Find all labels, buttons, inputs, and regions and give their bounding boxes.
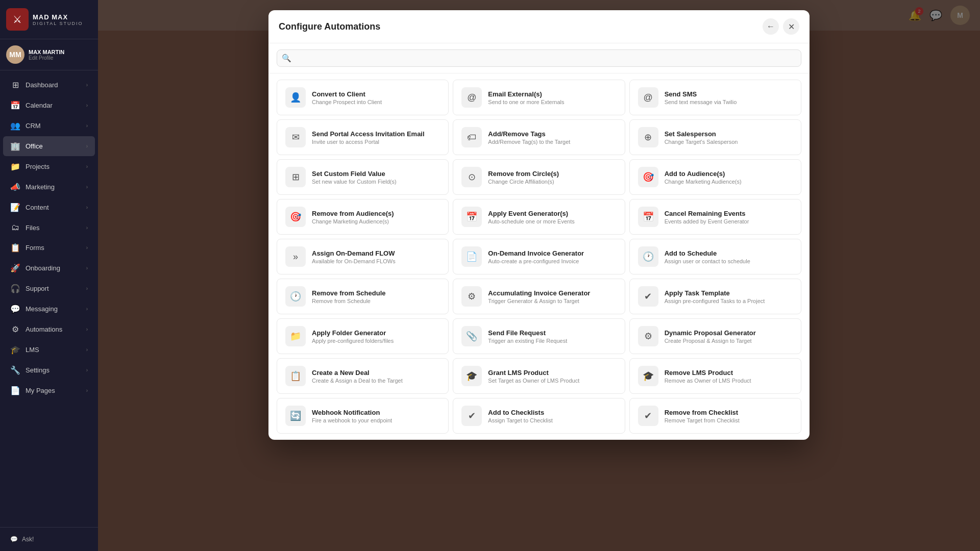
- automation-card-dynamic-proposal-generator[interactable]: ⚙ Dynamic Proposal Generator Create Prop…: [629, 318, 801, 354]
- nav-label-onboarding: Onboarding: [26, 264, 60, 272]
- sidebar-item-marketing[interactable]: 📣 Marketing ›: [3, 177, 95, 197]
- card-desc-add-remove-tags: Add/Remove Tag(s) to the Target: [488, 139, 570, 145]
- automation-card-add-to-audiences[interactable]: 🎯 Add to Audience(s) Change Marketing Au…: [629, 159, 801, 195]
- card-title-apply-event-generator: Apply Event Generator(s): [488, 210, 574, 217]
- card-icon-cancel-remaining-events: 📅: [638, 207, 658, 227]
- automation-card-set-salesperson[interactable]: ⊕ Set Salesperson Change Target's Salesp…: [629, 119, 801, 155]
- nav-item-left: 💬 Messaging: [10, 304, 58, 314]
- card-text-send-portal-access: Send Portal Access Invitation Email Invi…: [312, 130, 425, 145]
- nav-icon-automations: ⚙: [10, 324, 20, 334]
- sidebar-item-mypages[interactable]: 📄 My Pages ›: [3, 381, 95, 400]
- automation-card-add-to-checklists[interactable]: ✔ Add to Checklists Assign Target to Che…: [453, 398, 625, 434]
- nav-label-files: Files: [26, 224, 39, 232]
- sidebar-item-dashboard[interactable]: ⊞ Dashboard ›: [3, 75, 95, 95]
- card-desc-remove-from-checklist: Remove Target from Checklist: [665, 417, 740, 423]
- automation-card-email-externals[interactable]: @ Email External(s) Send to one or more …: [453, 80, 625, 115]
- card-icon-send-sms: @: [638, 87, 658, 108]
- chevron-icon: ›: [86, 245, 88, 251]
- automation-card-send-sms[interactable]: @ Send SMS Send text message via Twilio: [629, 80, 801, 115]
- nav-icon-support: 🎧: [10, 284, 20, 293]
- sidebar-item-support[interactable]: 🎧 Support ›: [3, 279, 95, 298]
- automation-card-convert-to-client[interactable]: 👤 Convert to Client Change Prospect into…: [277, 80, 449, 115]
- sidebar-item-content[interactable]: 📝 Content ›: [3, 197, 95, 217]
- automation-card-cancel-remaining-events[interactable]: 📅 Cancel Remaining Events Events added b…: [629, 199, 801, 235]
- automation-card-accumulating-invoice-generator[interactable]: ⚙ Accumulating Invoice Generator Trigger…: [453, 279, 625, 314]
- search-input[interactable]: [277, 49, 801, 67]
- card-icon-create-new-deal: 📋: [285, 366, 306, 386]
- nav-item-left: 👥 CRM: [10, 121, 41, 131]
- automation-card-apply-task-template[interactable]: ✔ Apply Task Template Assign pre-configu…: [629, 279, 801, 314]
- nav-icon-files: 🗂: [10, 223, 20, 232]
- chevron-icon: ›: [86, 82, 88, 88]
- sidebar-item-automations[interactable]: ⚙ Automations ›: [3, 319, 95, 339]
- automation-card-apply-event-generator[interactable]: 📅 Apply Event Generator(s) Auto-schedule…: [453, 199, 625, 235]
- nav-item-left: 📅 Calendar: [10, 101, 53, 110]
- sidebar-item-crm[interactable]: 👥 CRM ›: [3, 116, 95, 136]
- sidebar-bottom: 💬 Ask!: [0, 527, 98, 551]
- modal-search-area: 🔍: [268, 43, 810, 73]
- modal-body: 👤 Convert to Client Change Prospect into…: [268, 73, 810, 440]
- automation-card-assign-on-demand-flow[interactable]: » Assign On-Demand FLOW Available for On…: [277, 239, 449, 274]
- chevron-icon: ›: [86, 388, 88, 393]
- card-icon-set-custom-field: ⊞: [285, 167, 306, 187]
- sidebar-item-office[interactable]: 🏢 Office ›: [3, 136, 95, 156]
- card-icon-add-to-checklists: ✔: [461, 406, 482, 426]
- chevron-icon: ›: [86, 347, 88, 353]
- card-text-remove-from-circles: Remove from Circle(s) Change Circle Affi…: [488, 170, 559, 185]
- card-text-apply-task-template: Apply Task Template Assign pre-configure…: [665, 289, 765, 304]
- chevron-icon: ›: [86, 225, 88, 231]
- user-profile-area[interactable]: MM MAX MARTIN Edit Profile: [0, 39, 98, 70]
- automation-card-remove-from-audiences[interactable]: 🎯 Remove from Audience(s) Change Marketi…: [277, 199, 449, 235]
- card-icon-email-externals: @: [461, 87, 482, 108]
- modal-title: Configure Automations: [279, 21, 380, 32]
- nav-item-left: 📝 Content: [10, 203, 49, 212]
- close-button[interactable]: ✕: [783, 18, 799, 35]
- automation-card-send-portal-access[interactable]: ✉ Send Portal Access Invitation Email In…: [277, 119, 449, 155]
- card-desc-set-custom-field: Set new value for Custom Field(s): [312, 179, 397, 185]
- card-desc-grant-lms-product: Set Target as Owner of LMS Product: [488, 378, 579, 384]
- ask-button[interactable]: 💬 Ask!: [4, 532, 94, 547]
- automation-card-remove-lms-product[interactable]: 🎓 Remove LMS Product Remove as Owner of …: [629, 358, 801, 394]
- sidebar-item-calendar[interactable]: 📅 Calendar ›: [3, 95, 95, 115]
- automation-card-send-file-request[interactable]: 📎 Send File Request Trigger an existing …: [453, 318, 625, 354]
- card-icon-grant-lms-product: 🎓: [461, 366, 482, 386]
- card-icon-add-to-schedule: 🕐: [638, 246, 658, 267]
- sidebar-item-settings[interactable]: 🔧 Settings ›: [3, 360, 95, 380]
- sidebar-item-onboarding[interactable]: 🚀 Onboarding ›: [3, 258, 95, 278]
- back-button[interactable]: ←: [763, 18, 779, 35]
- card-desc-accumulating-invoice-generator: Trigger Generator & Assign to Target: [488, 298, 590, 304]
- card-text-add-to-audiences: Add to Audience(s) Change Marketing Audi…: [665, 170, 742, 185]
- card-text-remove-from-audiences: Remove from Audience(s) Change Marketing…: [312, 210, 394, 224]
- automation-card-remove-from-checklist[interactable]: ✔ Remove from Checklist Remove Target fr…: [629, 398, 801, 434]
- card-text-create-new-deal: Create a New Deal Create & Assign a Deal…: [312, 369, 403, 384]
- card-title-add-to-checklists: Add to Checklists: [488, 409, 552, 416]
- card-text-remove-from-checklist: Remove from Checklist Remove Target from…: [665, 409, 740, 423]
- automation-card-add-remove-tags[interactable]: 🏷 Add/Remove Tags Add/Remove Tag(s) to t…: [453, 119, 625, 155]
- card-desc-apply-event-generator: Auto-schedule one or more Events: [488, 218, 574, 224]
- automation-card-create-new-deal[interactable]: 📋 Create a New Deal Create & Assign a De…: [277, 358, 449, 394]
- automation-card-remove-from-circles[interactable]: ⊙ Remove from Circle(s) Change Circle Af…: [453, 159, 625, 195]
- nav-icon-forms: 📋: [10, 243, 20, 253]
- automation-card-remove-from-schedule[interactable]: 🕐 Remove from Schedule Remove from Sched…: [277, 279, 449, 314]
- sidebar-item-lms[interactable]: 🎓 LMS ›: [3, 340, 95, 360]
- automation-card-webhook-notification[interactable]: 🔄 Webhook Notification Fire a webhook to…: [277, 398, 449, 434]
- card-desc-send-portal-access: Invite user to access Portal: [312, 139, 425, 145]
- automation-card-on-demand-invoice-generator[interactable]: 📄 On-Demand Invoice Generator Auto-creat…: [453, 239, 625, 274]
- nav-label-mypages: My Pages: [26, 387, 55, 394]
- card-desc-convert-to-client: Change Prospect into Client: [312, 99, 382, 105]
- sidebar-item-files[interactable]: 🗂 Files ›: [3, 218, 95, 237]
- nav-icon-mypages: 📄: [10, 386, 20, 395]
- edit-profile-link[interactable]: Edit Profile: [29, 55, 64, 61]
- automation-card-apply-folder-generator[interactable]: 📁 Apply Folder Generator Apply pre-confi…: [277, 318, 449, 354]
- modal-header-actions: ← ✕: [763, 18, 799, 35]
- automation-card-add-to-schedule[interactable]: 🕐 Add to Schedule Assign user or contact…: [629, 239, 801, 274]
- automation-card-set-custom-field[interactable]: ⊞ Set Custom Field Value Set new value f…: [277, 159, 449, 195]
- sidebar-item-messaging[interactable]: 💬 Messaging ›: [3, 299, 95, 319]
- automation-card-grant-lms-product[interactable]: 🎓 Grant LMS Product Set Target as Owner …: [453, 358, 625, 394]
- sidebar-item-projects[interactable]: 📁 Projects ›: [3, 157, 95, 177]
- sidebar-item-forms[interactable]: 📋 Forms ›: [3, 238, 95, 258]
- nav-item-left: 📣 Marketing: [10, 182, 55, 192]
- card-title-add-remove-tags: Add/Remove Tags: [488, 130, 570, 138]
- card-desc-cancel-remaining-events: Events added by Event Generator: [665, 218, 749, 224]
- card-text-assign-on-demand-flow: Assign On-Demand FLOW Available for On-D…: [312, 249, 396, 264]
